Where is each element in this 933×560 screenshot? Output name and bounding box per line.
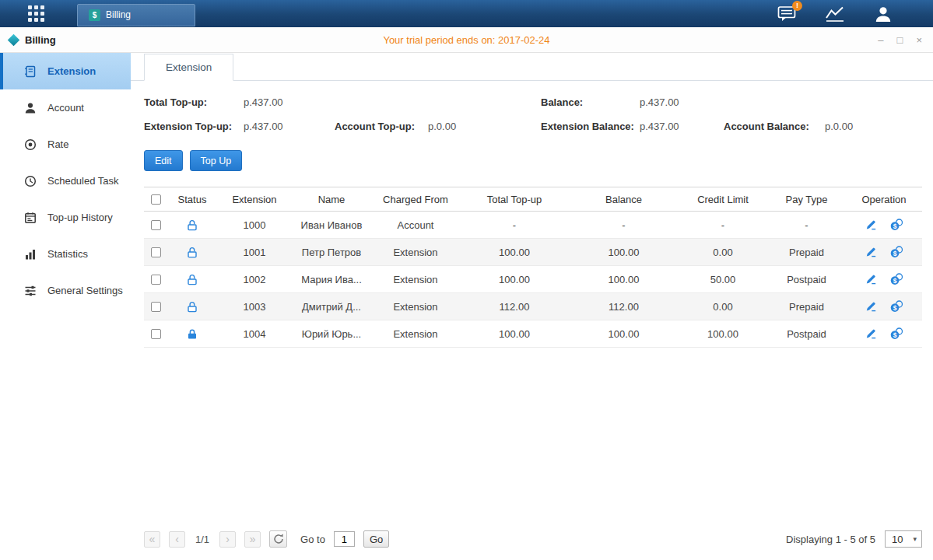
edit-pencil-icon[interactable] <box>865 300 877 313</box>
window-title: Billing <box>25 34 56 46</box>
first-page-button[interactable]: « <box>144 531 160 548</box>
goto-label: Go to <box>300 534 325 545</box>
billing-dollar-icon: $ <box>89 9 100 21</box>
window-title-bar: Billing Your trial period ends on: 2017-… <box>0 27 933 53</box>
sidebar-item-rate[interactable]: Rate <box>0 126 131 163</box>
table-row: 1003 Дмитрий Д... Extension 112.00 112.0… <box>144 293 922 320</box>
edit-pencil-icon[interactable] <box>865 273 877 285</box>
pay-type-cell: - <box>767 219 846 231</box>
pay-type-cell: Prepaid <box>767 247 846 258</box>
edit-pencil-icon[interactable] <box>865 219 877 231</box>
col-operation: Operation <box>846 194 922 205</box>
charged-from-value: Extension <box>371 247 460 258</box>
top-up-coins-icon[interactable]: $ <box>890 246 903 258</box>
trial-period-notice: Your trial period ends on: 2017-02-24 <box>0 34 933 46</box>
table-row: 1002 Мария Ива... Extension 100.00 100.0… <box>144 266 922 293</box>
sidebar-item-scheduled-task[interactable]: Scheduled Task <box>0 163 131 199</box>
top-up-coins-icon[interactable]: $ <box>890 219 903 231</box>
row-checkbox[interactable] <box>151 220 161 230</box>
table-row: 1001 Петр Петров Extension 100.00 100.00… <box>144 239 922 266</box>
status-lock-icon[interactable] <box>187 274 198 285</box>
user-account-icon[interactable] <box>874 5 893 23</box>
extension-balance-value: p.437.00 <box>640 121 679 132</box>
top-up-button[interactable]: Top Up <box>190 150 243 171</box>
status-lock-icon[interactable] <box>187 301 198 313</box>
top-up-coins-icon[interactable]: $ <box>890 300 903 313</box>
top-up-coins-icon[interactable]: $ <box>890 327 903 340</box>
goto-page-input[interactable] <box>334 531 355 547</box>
sidebar-item-account[interactable]: Account <box>0 89 131 126</box>
extension-topup-value: p.437.00 <box>244 121 283 132</box>
account-topup-value: p.0.00 <box>428 121 456 132</box>
sidebar: Extension Account Rate <box>0 53 131 560</box>
app-grid-icon[interactable] <box>28 5 44 22</box>
total-topup-cell: - <box>460 219 569 231</box>
pay-type-cell: Postpaid <box>767 274 846 285</box>
col-pay-type: Pay Type <box>767 194 846 205</box>
charged-from-value: Extension <box>371 274 460 285</box>
status-lock-icon[interactable] <box>187 247 198 258</box>
account-balance-label: Account Balance: <box>724 121 809 132</box>
edit-button[interactable]: Edit <box>144 150 183 171</box>
sidebar-item-statistics[interactable]: Statistics <box>0 236 131 272</box>
account-icon <box>23 102 37 114</box>
pay-type-cell: Prepaid <box>767 301 846 313</box>
credit-limit-cell: 100.00 <box>679 328 767 340</box>
general-settings-icon <box>23 285 37 297</box>
messages-icon[interactable]: ! <box>777 5 796 23</box>
tab-extension[interactable]: Extension <box>144 54 233 81</box>
table-row: 1004 Юрий Юрь... Extension 100.00 100.00… <box>144 320 922 348</box>
extension-number: 1000 <box>217 219 292 231</box>
sidebar-item-topup-history[interactable]: Top-up History <box>0 199 131 236</box>
sidebar-item-label: Extension <box>47 65 96 77</box>
status-lock-icon[interactable] <box>187 219 198 231</box>
charged-from-value: Extension <box>371 301 460 313</box>
last-page-button[interactable]: » <box>244 531 261 548</box>
credit-limit-cell: 0.00 <box>679 247 767 258</box>
col-status: Status <box>167 194 217 205</box>
extension-number: 1004 <box>217 328 292 340</box>
prev-page-button[interactable]: ‹ <box>169 531 185 548</box>
sidebar-item-general-settings[interactable]: General Settings <box>0 272 131 309</box>
svg-text:$: $ <box>893 222 896 230</box>
table-body: 1000 Иван Иванов Account - - - - $ <box>144 212 922 348</box>
topup-history-icon <box>23 212 37 224</box>
sidebar-item-label: Account <box>47 102 84 114</box>
close-button[interactable]: × <box>916 35 922 45</box>
edit-pencil-icon[interactable] <box>865 327 877 340</box>
extension-number: 1002 <box>217 274 292 285</box>
tab-extension-label: Extension <box>166 61 212 73</box>
extension-name: Мария Ива... <box>292 274 371 285</box>
total-topup-cell: 100.00 <box>460 274 569 285</box>
main-content: Extension Total Top-up: p.437.00 Balance… <box>131 53 933 560</box>
pagination-bar: « ‹ 1/1 › » Go to Go <box>144 526 922 554</box>
col-name: Name <box>292 194 371 205</box>
row-checkbox[interactable] <box>151 247 161 257</box>
displaying-text: Displaying 1 - 5 of 5 <box>786 534 875 545</box>
refresh-button[interactable] <box>269 530 287 548</box>
top-up-coins-icon[interactable]: $ <box>890 273 903 285</box>
extension-name: Петр Петров <box>292 247 371 258</box>
balance-cell: 100.00 <box>569 274 679 285</box>
total-topup-cell: 100.00 <box>460 328 569 340</box>
table-header: Status Extension Name Charged From Total… <box>144 187 922 212</box>
status-lock-icon[interactable] <box>187 328 198 340</box>
sidebar-item-extension[interactable]: Extension <box>0 53 131 89</box>
row-checkbox[interactable] <box>151 329 161 339</box>
next-page-button[interactable]: › <box>219 531 236 548</box>
pay-type-cell: Postpaid <box>767 328 846 340</box>
billing-app-tab[interactable]: $ Billing <box>77 4 195 26</box>
balance-cell: 112.00 <box>569 301 679 313</box>
page-size-select[interactable]: 10 ▾ <box>885 530 922 548</box>
row-checkbox[interactable] <box>151 302 161 312</box>
balance-value: p.437.00 <box>640 96 679 108</box>
maximize-button[interactable]: □ <box>897 35 903 45</box>
minimize-button[interactable]: – <box>878 35 883 45</box>
total-topup-cell: 112.00 <box>460 301 569 313</box>
select-all-checkbox[interactable] <box>151 194 161 205</box>
statistics-chart-icon[interactable] <box>825 5 845 23</box>
go-button[interactable]: Go <box>363 530 389 548</box>
row-checkbox[interactable] <box>151 275 161 285</box>
edit-pencil-icon[interactable] <box>865 246 877 258</box>
top-bar: $ Billing ! <box>0 0 933 27</box>
